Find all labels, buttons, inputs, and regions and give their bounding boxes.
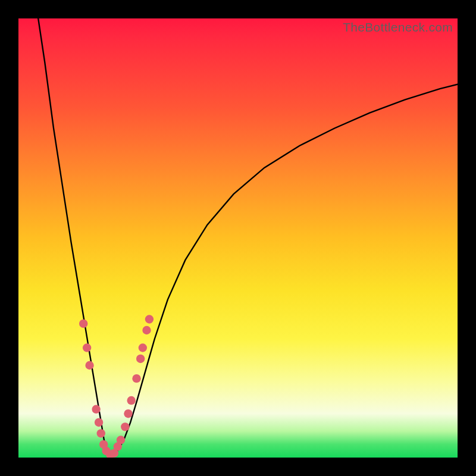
- marker-dot: [95, 418, 103, 427]
- marker-dot: [97, 429, 105, 437]
- plot-area: TheBottleneck.com: [18, 18, 458, 458]
- marker-dot: [132, 374, 140, 383]
- marker-dot: [79, 320, 87, 328]
- marker-dot: [142, 326, 151, 334]
- chart-frame: TheBottleneck.com: [0, 0, 476, 476]
- highlighted-points: [79, 315, 154, 458]
- marker-dot: [92, 405, 100, 414]
- marker-dot: [85, 361, 93, 369]
- marker-dot: [121, 422, 129, 431]
- curve-layer: [18, 18, 458, 458]
- marker-dot: [83, 343, 91, 352]
- marker-dot: [139, 343, 147, 352]
- marker-dot: [124, 409, 132, 418]
- bottleneck-curve: [38, 18, 458, 455]
- marker-dot: [127, 396, 135, 405]
- marker-dot: [145, 315, 154, 323]
- watermark-text: TheBottleneck.com: [343, 20, 453, 35]
- marker-dot: [136, 355, 145, 363]
- marker-dot: [117, 436, 125, 444]
